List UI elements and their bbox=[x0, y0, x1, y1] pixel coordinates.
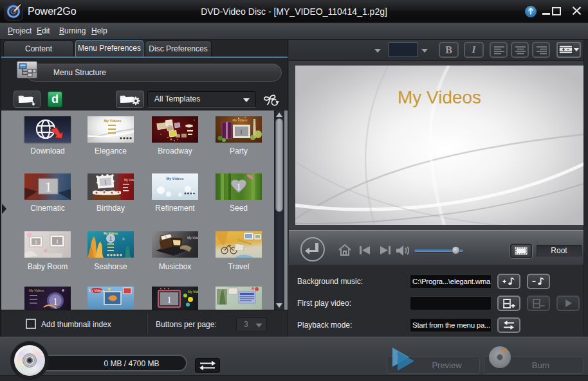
svg-text:My Videos: My Videos bbox=[104, 119, 121, 123]
svg-text:1: 1 bbox=[104, 179, 107, 186]
svg-text:My Videos: My Videos bbox=[124, 179, 134, 182]
svg-text:1: 1 bbox=[35, 240, 37, 245]
svg-text:1: 1 bbox=[45, 179, 52, 195]
svg-text:My Videos: My Videos bbox=[232, 118, 248, 122]
svg-text:1: 1 bbox=[56, 238, 59, 245]
svg-text:1: 1 bbox=[109, 235, 113, 242]
svg-text:1: 1 bbox=[53, 296, 58, 307]
svg-text:My Videos: My Videos bbox=[187, 236, 198, 240]
svg-text:1: 1 bbox=[239, 128, 243, 136]
svg-text:1: 1 bbox=[167, 295, 172, 305]
svg-text:My Videos: My Videos bbox=[166, 177, 183, 181]
svg-text:My Videos: My Videos bbox=[29, 288, 44, 292]
svg-text:1: 1 bbox=[236, 182, 241, 192]
svg-text:My Videos: My Videos bbox=[89, 288, 104, 292]
svg-text:My Videos: My Videos bbox=[188, 290, 198, 294]
svg-text:My Videos: My Videos bbox=[104, 232, 118, 235]
